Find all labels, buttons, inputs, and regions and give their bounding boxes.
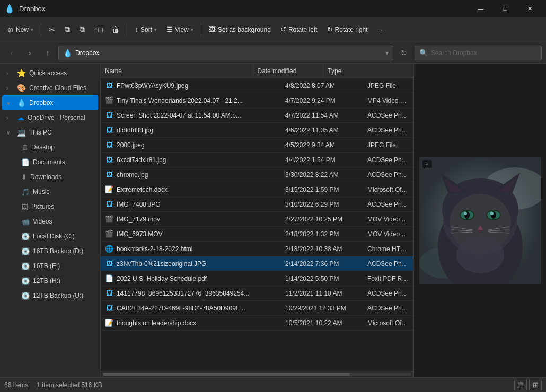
view-button[interactable]: ☰ View ▾ <box>162 20 198 39</box>
sidebar-item-videos[interactable]: 📹 Videos <box>2 214 98 229</box>
table-row[interactable]: 🎬 Tiny Tina's Wonderlands 2022.04.07 - 2… <box>101 93 413 108</box>
file-type: Foxit PDF Reader ... <box>363 275 413 282</box>
sidebar-item-quick-access[interactable]: › ⭐ Quick access <box>2 66 98 81</box>
table-row[interactable]: 🖼 2000.jpeg 4/5/2022 9:34 AM JPEG File <box>101 138 413 153</box>
more-icon: ··· <box>377 26 383 33</box>
table-row[interactable]: 🖼 IMG_7408.JPG 3/10/2022 6:29 PM ACDSee … <box>101 197 413 212</box>
horizontal-scrollbar[interactable] <box>101 371 413 377</box>
nav-up-button[interactable]: ↑ <box>40 46 55 60</box>
file-name: CAB2E34A-227D-469F-98D4-78A50D909E... <box>117 305 245 312</box>
set-background-button[interactable]: 🖼 Set as background <box>205 20 275 39</box>
file-table[interactable]: Name Date modified Type 🖼 FPwt63pWYAsyKU… <box>101 64 413 371</box>
sidebar-icon-desktop: 🖥 <box>21 144 28 152</box>
sidebar-item-downloads[interactable]: ⬇ Downloads <box>2 170 98 184</box>
cut-button[interactable]: ✂ <box>45 20 59 39</box>
file-date: 3/15/2022 1:59 PM <box>281 186 363 193</box>
table-row[interactable]: 🖼 FPwt63pWYAsyKU9.jpeg 4/8/2022 8:07 AM … <box>101 78 413 93</box>
sidebar-item-pictures[interactable]: 🖼 Pictures <box>2 199 98 214</box>
table-row[interactable]: 📝 Extremetech.docx 3/15/2022 1:59 PM Mic… <box>101 182 413 197</box>
share-button[interactable]: ↑□ <box>90 20 107 39</box>
sidebar-item-drive-h[interactable]: 💽 12TB (H:) <box>2 273 98 288</box>
set-background-label: Set as background <box>218 26 271 33</box>
table-row[interactable]: 📝 thoughts on leadership.docx 10/5/2021 … <box>101 316 413 331</box>
paste-button[interactable]: ⧉ <box>75 20 89 39</box>
app-icon: 💧 <box>4 4 15 14</box>
file-date: 4/8/2022 8:07 AM <box>281 82 363 90</box>
table-row[interactable]: 🖼 CAB2E34A-227D-469F-98D4-78A50D909E... … <box>101 301 413 316</box>
sidebar-icon-documents: 📄 <box>21 158 30 166</box>
sidebar-item-backup-d[interactable]: 💽 16TB Backup (D:) <box>2 244 98 259</box>
table-row[interactable]: 🖼 z3NvThb-0%21sizeoriginal.JPG 2/14/2022… <box>101 256 413 271</box>
file-date: 1/14/2022 5:50 PM <box>281 275 363 282</box>
file-type: MOV Video File (V... <box>363 216 413 223</box>
new-button[interactable]: ⊕ New ▾ <box>3 20 38 39</box>
sidebar-icon-local-disk-c: 💽 <box>21 233 30 240</box>
share-icon: ↑□ <box>94 25 102 34</box>
file-type: ACDSee Photo Ma... <box>363 201 413 208</box>
file-name: bookmarks-2-18-2022.html <box>117 245 192 253</box>
rotate-left-button[interactable]: ↺ Rotate left <box>276 20 322 39</box>
sidebar-item-this-pc[interactable]: ∨ 💻 This PC <box>2 125 98 140</box>
sort-button[interactable]: ↕ Sort ▾ <box>130 20 161 39</box>
maximize-button[interactable]: □ <box>493 0 517 17</box>
sidebar-label-quick-access: Quick access <box>29 69 94 77</box>
sidebar-item-documents[interactable]: 📄 Documents <box>2 155 98 170</box>
close-button[interactable]: ✕ <box>517 0 542 17</box>
copy-icon: ⧉ <box>65 25 70 34</box>
sidebar-item-music[interactable]: 🎵 Music <box>2 184 98 199</box>
file-date: 3/10/2022 6:29 PM <box>281 201 363 208</box>
nav-back-button[interactable]: ‹ <box>4 46 19 60</box>
file-name: FPwt63pWYAsyKU9.jpeg <box>117 82 188 90</box>
table-row[interactable]: 🎬 IMG_6973.MOV 2/18/2022 1:32 PM MOV Vid… <box>101 227 413 242</box>
sidebar-item-local-disk-c[interactable]: 💽 Local Disk (C:) <box>2 229 98 244</box>
delete-button[interactable]: 🗑 <box>108 20 124 39</box>
col-header-date[interactable]: Date modified <box>253 64 323 78</box>
address-path[interactable]: 💧 Dropbox ▾ <box>58 46 393 60</box>
sidebar-label-pictures: Pictures <box>31 203 54 210</box>
sort-icon: ↕ <box>135 25 138 33</box>
file-type: Microsoft Office ... <box>363 319 413 327</box>
copy-button[interactable]: ⧉ <box>60 20 74 39</box>
table-row[interactable]: 🎬 IMG_7179.mov 2/27/2022 10:25 PM MOV Vi… <box>101 212 413 227</box>
col-header-name[interactable]: Name <box>101 64 253 78</box>
rotate-right-button[interactable]: ↻ Rotate right <box>323 20 372 39</box>
table-row[interactable]: 🖼 14117798_869612533172776_39635049254..… <box>101 286 413 301</box>
minimize-button[interactable]: — <box>469 0 493 17</box>
table-row[interactable]: 🖼 6xcdi7adxir81.jpg 4/4/2022 1:54 PM ACD… <box>101 153 413 167</box>
rotate-left-label: Rotate left <box>288 26 318 33</box>
more-button[interactable]: ··· <box>373 20 387 39</box>
table-row[interactable]: 📄 2022 U.S. Holiday Schedule.pdf 1/14/20… <box>101 271 413 286</box>
search-input[interactable] <box>431 49 537 57</box>
file-icon: 📝 <box>105 185 113 194</box>
details-view-button[interactable]: ▤ <box>514 380 527 390</box>
sidebar: › ⭐ Quick access › 🎨 Creative Cloud File… <box>0 64 101 377</box>
table-row[interactable]: 🌐 bookmarks-2-18-2022.html 2/18/2022 10:… <box>101 242 413 256</box>
nav-forward-button[interactable]: › <box>22 46 37 60</box>
icons-view-button[interactable]: ⊞ <box>529 380 542 390</box>
file-name: Tiny Tina's Wonderlands 2022.04.07 - 21.… <box>117 97 243 104</box>
main-area: › ⭐ Quick access › 🎨 Creative Cloud File… <box>0 64 546 377</box>
file-icon: 🖼 <box>105 111 113 120</box>
table-row[interactable]: 🖼 chrome.jpg 3/30/2022 8:22 AM ACDSee Ph… <box>101 167 413 182</box>
new-icon: ⊕ <box>7 25 14 34</box>
file-date: 3/30/2022 8:22 AM <box>281 171 363 179</box>
sidebar-item-creative-cloud[interactable]: › 🎨 Creative Cloud Files <box>2 81 98 95</box>
sidebar-label-creative-cloud: Creative Cloud Files <box>29 84 94 92</box>
file-type: ACDSee Photo Ma... <box>363 127 413 134</box>
col-header-type[interactable]: Type <box>323 64 413 78</box>
sidebar-item-backup-u[interactable]: 💽 12TB Backup (U:) <box>2 288 98 303</box>
title-bar: 💧 Dropbox — □ ✕ <box>0 0 546 17</box>
refresh-button[interactable]: ↻ <box>397 46 411 60</box>
file-icon: 🖼 <box>105 82 113 90</box>
file-type: ACDSee Photo Ma... <box>363 171 413 179</box>
table-row[interactable]: 🖼 dfdfdfdffd.jpg 4/6/2022 11:35 AM ACDSe… <box>101 123 413 138</box>
file-type: JPEG File <box>363 141 413 149</box>
sidebar-item-dropbox[interactable]: ∨ 💧 Dropbox <box>2 95 98 110</box>
sidebar-item-drive-e[interactable]: 💽 16TB (E:) <box>2 259 98 273</box>
table-row[interactable]: 🖼 Screen Shot 2022-04-07 at 11.54.00 AM.… <box>101 108 413 123</box>
sidebar-item-desktop[interactable]: 🖥 Desktop <box>2 140 98 155</box>
sidebar-item-onedrive[interactable]: › ☁ OneDrive - Personal <box>2 110 98 125</box>
file-type: ACDSee Photo Ma... <box>363 290 413 297</box>
column-headers: Name Date modified Type <box>101 64 413 78</box>
svg-text:⌂: ⌂ <box>425 162 428 167</box>
